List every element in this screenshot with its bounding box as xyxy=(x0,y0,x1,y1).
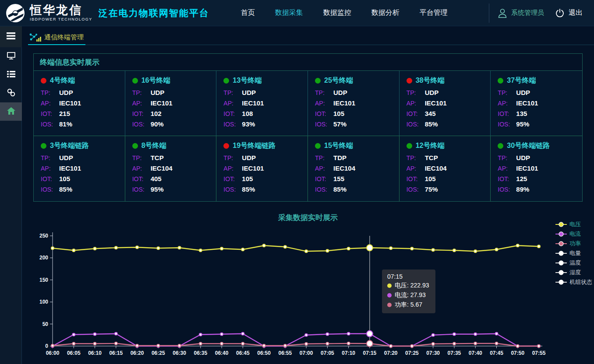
terminal-card: 38号终端TP:UDPAP:IEC101IOT:345IOS:85% xyxy=(400,71,491,136)
legend-item[interactable]: 温度 xyxy=(555,259,592,267)
terminal-field: IOT:155 xyxy=(315,175,399,182)
sidebar-item-menu[interactable] xyxy=(0,26,22,47)
nav-item[interactable]: 数据监控 xyxy=(323,8,351,18)
tab-terminal-management[interactable]: 通信终端管理 xyxy=(28,32,85,45)
sidebar-item-list[interactable] xyxy=(0,66,22,84)
terminal-card: 37号终端TP:UDPAP:IEC101IOT:135IOS:95% xyxy=(491,71,582,136)
terminal-field: TP:TDP xyxy=(315,154,399,161)
svg-text:06:05: 06:05 xyxy=(67,350,81,356)
field-value: IEC101 xyxy=(425,99,447,107)
legend-label: 电压 xyxy=(569,220,581,228)
terminal-field: IOS:93% xyxy=(223,120,308,128)
terminal-field: IOS:85% xyxy=(315,186,399,193)
terminal-name: 13号终端 xyxy=(233,76,262,85)
terminal-field: IOT:102 xyxy=(132,110,216,117)
field-label: IOS: xyxy=(132,186,151,193)
realtime-chart[interactable]: 05010015020025006:0006:0506:1006:1506:20… xyxy=(22,228,594,364)
field-value: 95% xyxy=(516,120,529,128)
terminal-card: 4号终端TP:UDPAP:IEC101IOT:215IOS:81% xyxy=(34,71,125,136)
field-label: IOT: xyxy=(407,175,425,182)
terminal-field: IOT:105 xyxy=(223,175,308,182)
field-label: IOT: xyxy=(498,110,516,117)
terminal-field: TP:UDP xyxy=(41,154,125,161)
svg-text:07:00: 07:00 xyxy=(300,350,313,356)
home-icon xyxy=(7,107,15,116)
legend-item[interactable]: 电压 xyxy=(555,220,592,228)
legend-label: 电量 xyxy=(569,249,581,257)
terminal-field: AP:IEC101 xyxy=(498,99,582,107)
field-label: TP: xyxy=(132,89,151,96)
legend-item[interactable]: 电流 xyxy=(555,230,592,238)
sidebar-item-monitor[interactable] xyxy=(0,47,22,66)
terminal-card: 15号终端TP:TDPAP:IEC104IOT:155IOS:85% xyxy=(308,136,400,201)
field-value: 90% xyxy=(151,120,164,128)
legend-item[interactable]: 机组状态 xyxy=(555,278,592,286)
logo: 恒华龙信 IBDPOWER TECHNOLOGY xyxy=(0,3,92,23)
field-label: IOT: xyxy=(41,175,59,182)
network-chart-icon xyxy=(29,32,41,42)
main-nav: 首页数据采集数据监控数据分析平台管理 xyxy=(241,8,448,18)
user-icon xyxy=(498,8,507,18)
nav-item[interactable]: 数据采集 xyxy=(275,8,303,18)
field-value: IEC101 xyxy=(151,99,173,107)
terminal-field: TP:UDP xyxy=(315,89,399,96)
legend-label: 功率 xyxy=(569,240,581,248)
field-value: 75% xyxy=(425,186,438,193)
terminal-card: 16号终端TP:UDPAP:IEC101IOT:102IOS:90% xyxy=(125,71,217,136)
tooltip-row: 电压: 222.93 xyxy=(387,282,429,290)
legend-item[interactable]: 电量 xyxy=(555,249,592,257)
chart-canvas[interactable]: 05010015020025006:0006:0506:1006:1506:20… xyxy=(22,228,594,364)
tooltip-row: 电流: 27.93 xyxy=(387,291,429,299)
field-label: TP: xyxy=(41,89,59,96)
field-value: 105 xyxy=(59,175,70,182)
status-dot xyxy=(498,78,503,84)
svg-text:06:30: 06:30 xyxy=(173,350,186,356)
svg-text:06:50: 06:50 xyxy=(257,350,271,356)
breadcrumb: 通信终端管理 xyxy=(28,32,594,45)
sidebar-item-home[interactable] xyxy=(0,102,22,121)
sidebar-item-link[interactable] xyxy=(0,84,22,102)
terminal-field: IOT:345 xyxy=(407,110,491,117)
legend-item[interactable]: 湿度 xyxy=(555,269,592,276)
field-value: TCP xyxy=(425,154,438,161)
field-label: AP: xyxy=(132,100,151,107)
svg-text:0: 0 xyxy=(45,343,48,349)
legend-marker xyxy=(555,279,567,285)
logout-button[interactable]: 退出 xyxy=(569,8,583,18)
field-value: UDP xyxy=(242,89,256,96)
terminal-field: TP:UDP xyxy=(41,89,125,96)
terminal-field: IOT:405 xyxy=(132,175,216,182)
status-dot xyxy=(315,143,321,149)
nav-item[interactable]: 首页 xyxy=(241,8,255,18)
field-value: 85% xyxy=(425,120,438,128)
tooltip-series-dot xyxy=(387,284,392,288)
svg-text:07:30: 07:30 xyxy=(426,350,440,356)
nav-item[interactable]: 数据分析 xyxy=(371,8,400,18)
terminal-field: AP:IEC101 xyxy=(315,99,399,107)
field-label: IOS: xyxy=(132,121,151,128)
svg-text:07:10: 07:10 xyxy=(342,350,355,356)
user-menu[interactable]: 系统管理员 xyxy=(511,9,544,17)
terminal-field: IOS:95% xyxy=(132,186,216,193)
terminal-field: AP:IEC104 xyxy=(132,164,216,172)
terminal-panel: 终端信息实时展示 4号终端TP:UDPAP:IEC101IOT:215IOS:8… xyxy=(33,53,583,202)
legend-label: 湿度 xyxy=(569,269,581,276)
field-value: IEC104 xyxy=(333,164,355,172)
legend-marker xyxy=(555,250,567,256)
status-dot xyxy=(223,78,229,84)
legend-marker xyxy=(555,231,567,237)
field-label: IOS: xyxy=(498,186,516,193)
terminal-name: 4号终端 xyxy=(50,76,75,85)
svg-text:07:50: 07:50 xyxy=(511,350,524,356)
field-value: 405 xyxy=(151,175,162,182)
field-value: UDP xyxy=(242,154,256,161)
company-name: 恒华龙信 xyxy=(30,4,92,16)
field-value: 105 xyxy=(333,110,344,117)
field-label: AP: xyxy=(132,165,151,172)
nav-item[interactable]: 平台管理 xyxy=(420,8,448,18)
field-label: AP: xyxy=(223,100,242,107)
field-value: IEC101 xyxy=(333,99,355,107)
terminal-field: AP:IEC104 xyxy=(315,164,399,172)
legend-item[interactable]: 功率 xyxy=(555,240,592,248)
field-label: IOT: xyxy=(223,110,242,117)
